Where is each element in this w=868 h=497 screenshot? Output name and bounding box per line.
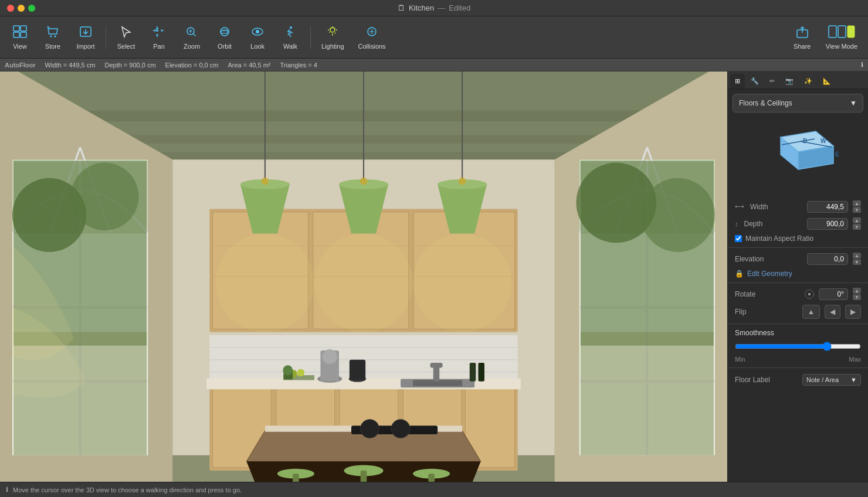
toolbar-collisions[interactable]: Collisions <box>352 22 392 53</box>
rotate-dot <box>808 293 811 295</box>
titlebar: 🗒 Kitchen — Edited <box>0 0 868 16</box>
flip-btn-right[interactable]: ▶ <box>845 305 861 319</box>
tab-effects[interactable]: ✨ <box>799 74 817 88</box>
width-value[interactable]: 449,5 <box>807 201 848 213</box>
bottom-info-icon: ℹ <box>6 486 8 493</box>
import-icon <box>79 25 93 40</box>
depth-value[interactable]: 900,0 <box>807 218 848 230</box>
maintain-aspect-label: Maintain Aspect Ratio <box>745 234 813 243</box>
depth-stepper[interactable]: ▲ ▼ <box>853 217 861 230</box>
elevation-stepper[interactable]: ▲ ▼ <box>853 253 861 265</box>
elevation-up[interactable]: ▲ <box>853 253 861 258</box>
floor-label-dropdown[interactable]: Note / Area ▼ <box>802 374 861 386</box>
orbit-icon <box>218 25 232 40</box>
svg-rect-108 <box>478 363 484 382</box>
toolbar-zoom[interactable]: Zoom <box>177 22 207 53</box>
effects-tab-icon: ✨ <box>804 77 812 84</box>
svg-rect-0 <box>13 26 19 31</box>
toolbar-select[interactable]: Select <box>111 22 141 53</box>
maintain-aspect-checkbox[interactable] <box>735 235 742 242</box>
import-label: Import <box>76 43 94 50</box>
close-button[interactable] <box>7 5 14 12</box>
title-subtitle: Edited <box>449 4 470 12</box>
status-triangles: Triangles = 4 <box>280 62 317 69</box>
flip-btn-left[interactable]: ◀ <box>825 305 840 319</box>
paint-tab-icon: ✏ <box>769 77 775 84</box>
svg-point-106 <box>297 369 305 377</box>
tab-tools[interactable]: 🔧 <box>746 74 764 88</box>
layout-tab-icon: 📐 <box>823 77 831 84</box>
edit-geometry-label: Edit Geometry <box>747 270 792 278</box>
toolbar-viewmode[interactable]: View Mode <box>820 22 863 53</box>
width-down[interactable]: ▼ <box>853 207 861 213</box>
walk-label: Walk <box>283 43 297 50</box>
toolbar-lighting[interactable]: Lighting <box>316 22 350 53</box>
zoom-label: Zoom <box>184 43 200 50</box>
toolbar-share[interactable]: Share <box>787 22 818 53</box>
floors-ceilings-dropdown[interactable]: Floors & Ceilings ▼ <box>733 94 863 113</box>
tab-camera[interactable]: 📷 <box>781 74 798 88</box>
3d-preview: D W E <box>733 120 863 196</box>
svg-rect-107 <box>470 363 476 382</box>
toolbar-orbit[interactable]: Orbit <box>209 22 240 53</box>
toolbar-sep-2 <box>310 26 311 49</box>
properties-tab-icon: ⊞ <box>735 77 740 84</box>
width-stepper[interactable]: ▲ ▼ <box>853 200 861 213</box>
rotate-handle[interactable] <box>805 290 814 299</box>
rotate-stepper[interactable]: ▲ ▼ <box>853 288 861 300</box>
viewmode-label: View Mode <box>826 43 857 50</box>
svg-point-101 <box>323 349 337 364</box>
viewport[interactable] <box>0 72 727 482</box>
look-icon <box>250 25 265 40</box>
zoom-icon <box>185 25 199 40</box>
svg-point-7 <box>156 29 158 32</box>
svg-point-113 <box>361 420 379 438</box>
depth-down[interactable]: ▼ <box>853 224 861 230</box>
toolbar-store[interactable]: Store <box>38 22 68 53</box>
flip-btn-up[interactable]: ▲ <box>802 305 820 319</box>
svg-point-10 <box>221 30 229 33</box>
smoothness-slider[interactable] <box>735 342 861 351</box>
main-area: ⊞ 🔧 ✏ 📷 ✨ 📐 Floors & Ceilings ▼ <box>0 72 868 482</box>
svg-point-133 <box>283 365 293 375</box>
svg-point-86 <box>360 178 368 185</box>
width-row: ⟷ Width 449,5 ▲ ▼ <box>728 198 868 215</box>
svg-point-4 <box>50 35 52 37</box>
maximize-button[interactable] <box>28 5 35 12</box>
tab-properties[interactable]: ⊞ <box>730 74 745 88</box>
share-icon <box>795 25 809 40</box>
info-icon: ℹ <box>861 61 863 69</box>
dropdown-value: Floors & Ceilings <box>739 99 792 107</box>
elevation-down[interactable]: ▼ <box>853 259 861 265</box>
svg-point-53 <box>641 178 715 252</box>
rotate-up[interactable]: ▲ <box>853 288 861 294</box>
svg-rect-19 <box>847 26 855 38</box>
smoothness-max: Max <box>849 356 861 363</box>
smoothness-label: Smoothness <box>735 329 861 337</box>
toolbar-look[interactable]: Look <box>242 22 273 53</box>
svg-point-81 <box>262 178 269 185</box>
right-panel: ⊞ 🔧 ✏ 📷 ✨ 📐 Floors & Ceilings ▼ <box>727 72 868 482</box>
walk-icon <box>283 25 297 40</box>
tab-layout[interactable]: 📐 <box>818 74 836 88</box>
minimize-button[interactable] <box>18 5 25 12</box>
status-depth: Depth = 900,0 cm <box>104 62 155 69</box>
store-label: Store <box>45 43 60 50</box>
width-icon: ⟷ <box>735 203 744 210</box>
tab-paint[interactable]: ✏ <box>765 74 779 88</box>
svg-text:E: E <box>835 151 839 158</box>
toolbar-pan[interactable]: Pan <box>144 22 174 53</box>
edit-geometry-row[interactable]: 🔒 Edit Geometry <box>728 267 868 280</box>
svg-point-114 <box>391 420 410 438</box>
width-up[interactable]: ▲ <box>853 200 861 206</box>
toolbar-walk[interactable]: Walk <box>275 22 306 53</box>
look-label: Look <box>250 43 265 50</box>
rotate-down[interactable]: ▼ <box>853 294 861 300</box>
toolbar-import[interactable]: Import <box>70 22 101 53</box>
depth-up[interactable]: ▲ <box>853 217 861 223</box>
bottom-text: Move the cursor over the 3D view to choo… <box>13 486 242 493</box>
toolbar-view[interactable]: View <box>5 22 35 53</box>
elevation-value[interactable]: 0,0 <box>807 253 848 265</box>
view-label: View <box>13 43 27 50</box>
rotate-value[interactable]: 0° <box>819 288 848 300</box>
